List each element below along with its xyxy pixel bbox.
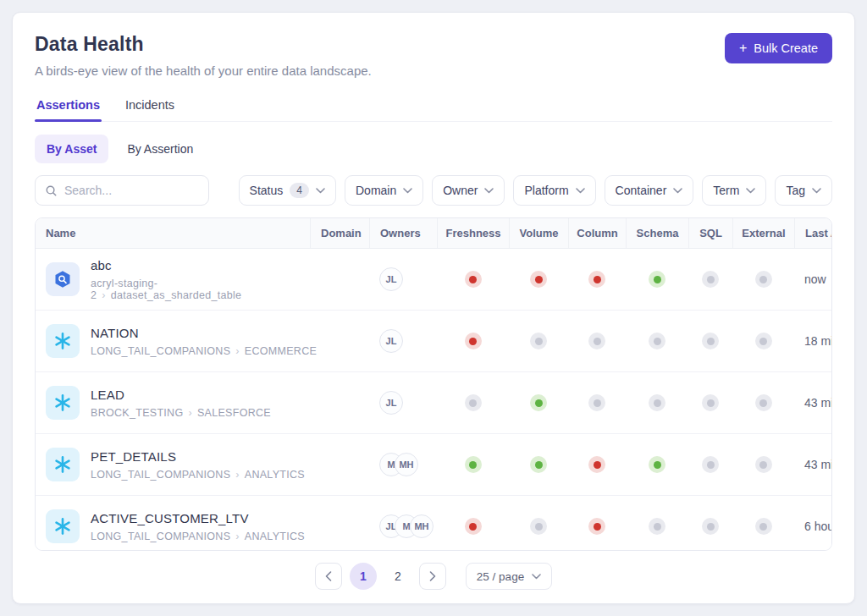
owner-avatar[interactable]: JL — [379, 267, 403, 291]
column-header-column[interactable]: Column — [568, 218, 626, 248]
owners-cell: JL — [369, 311, 437, 371]
status-dot-volume-fail[interactable] — [530, 271, 547, 288]
domain-cell — [310, 434, 369, 495]
chevron-right-icon — [429, 571, 436, 581]
status-dot-sql-none[interactable] — [702, 271, 719, 288]
filter-status[interactable]: Status4 — [239, 175, 336, 206]
status-dot-sql-none[interactable] — [702, 518, 719, 535]
owner-avatar[interactable]: JL — [379, 391, 403, 415]
asset-path[interactable]: BROCK_TESTING›SALESFORCE — [91, 407, 271, 419]
view-toggle: By AssetBy Assertion — [35, 135, 832, 163]
last-activity-cell: 6 hours ago — [794, 496, 832, 551]
asset-name[interactable]: ACTIVE_CUSTOMER_LTV — [91, 511, 305, 525]
status-dot-core — [759, 523, 767, 531]
breadcrumb-segment: ECOMMERCE — [245, 345, 317, 357]
page-number-1[interactable]: 1 — [350, 563, 377, 590]
table-row[interactable]: ACTIVE_CUSTOMER_LTVLONG_TAIL_COMPANIONS›… — [36, 496, 832, 551]
prev-page-button[interactable] — [315, 563, 342, 590]
column-header-schema[interactable]: Schema — [626, 218, 688, 248]
filter-term[interactable]: Term — [702, 175, 766, 206]
table-row[interactable]: LEADBROCK_TESTING›SALESFORCEJL43 minutes… — [36, 372, 832, 434]
page-size-select[interactable]: 25 / page — [466, 563, 552, 590]
status-dot-core — [707, 276, 715, 283]
status-dot-sql-none[interactable] — [702, 333, 719, 349]
status-dot-freshness-none[interactable] — [465, 394, 482, 411]
owner-avatar[interactable]: JL — [379, 329, 403, 353]
next-page-button[interactable] — [419, 563, 446, 590]
sql-cell — [688, 311, 732, 371]
status-dot-schema-none[interactable] — [649, 518, 665, 535]
asset-path[interactable]: acryl-staging-2›dataset_as_sharded_table — [91, 278, 300, 301]
status-dot-external-none[interactable] — [755, 333, 772, 349]
column-header-volume[interactable]: Volume — [509, 218, 568, 248]
table-row[interactable]: abcacryl-staging-2›dataset_as_sharded_ta… — [36, 249, 832, 311]
status-dot-external-none[interactable] — [755, 518, 772, 535]
owners-cell: JL — [369, 372, 437, 433]
table-row[interactable]: PET_DETAILSLONG_TAIL_COMPANIONS›ANALYTIC… — [36, 434, 832, 496]
status-dot-column-none[interactable] — [588, 394, 605, 411]
filter-domain[interactable]: Domain — [345, 175, 423, 206]
owner-avatar[interactable]: MH — [395, 453, 418, 476]
filter-owner[interactable]: Owner — [432, 175, 505, 206]
column-header-freshness[interactable]: Freshness — [437, 218, 509, 248]
column-header-domain[interactable]: Domain — [310, 218, 369, 248]
search-box[interactable] — [35, 175, 209, 206]
status-dot-external-none[interactable] — [755, 456, 772, 473]
bulk-create-button[interactable]: + Bulk Create — [725, 33, 832, 63]
status-dot-sql-none[interactable] — [702, 394, 719, 411]
status-dot-column-fail[interactable] — [588, 271, 605, 288]
breadcrumb-separator: › — [235, 531, 239, 542]
status-dot-column-fail[interactable] — [588, 456, 605, 473]
asset-path[interactable]: LONG_TAIL_COMPANIONS›ECOMMERCE — [91, 345, 317, 357]
status-dot-core — [759, 276, 767, 283]
last-activity-value: 43 minutes ago — [804, 396, 832, 410]
breadcrumb-separator: › — [102, 289, 105, 301]
tab-assertions[interactable]: Assertions — [35, 96, 102, 121]
schema-cell — [626, 249, 688, 310]
status-dot-schema-none[interactable] — [649, 394, 665, 411]
status-dot-column-none[interactable] — [588, 333, 605, 349]
status-dot-sql-none[interactable] — [702, 456, 719, 473]
tab-label: Assertions — [36, 98, 100, 112]
asset-info: LEADBROCK_TESTING›SALESFORCE — [91, 388, 271, 419]
status-dot-freshness-fail[interactable] — [465, 518, 482, 535]
view-toggle-by-asset[interactable]: By Asset — [35, 135, 108, 163]
owner-avatar[interactable]: MH — [410, 514, 434, 538]
filter-container[interactable]: Container — [605, 175, 694, 206]
table-row[interactable]: NATIONLONG_TAIL_COMPANIONS›ECOMMERCEJL18… — [36, 311, 832, 372]
status-dot-schema-pass[interactable] — [649, 271, 665, 288]
filter-platform[interactable]: Platform — [513, 175, 595, 206]
page-number-2[interactable]: 2 — [384, 563, 411, 590]
pagination: 1225 / page — [24, 551, 843, 603]
filter-tag[interactable]: Tag — [775, 175, 832, 206]
status-dot-volume-none[interactable] — [530, 518, 547, 535]
name-cell: LEADBROCK_TESTING›SALESFORCE — [36, 372, 310, 433]
status-dot-volume-none[interactable] — [530, 333, 547, 349]
search-input[interactable] — [64, 184, 199, 197]
status-dot-external-none[interactable] — [755, 394, 772, 411]
status-dot-column-fail[interactable] — [588, 518, 605, 535]
status-dot-core — [654, 399, 661, 407]
status-dot-volume-pass[interactable] — [530, 456, 547, 473]
bigquery-badge — [46, 262, 80, 296]
column-header-sql[interactable]: SQL — [688, 218, 732, 248]
column-header-external[interactable]: External — [732, 218, 794, 248]
status-dot-freshness-fail[interactable] — [465, 271, 482, 288]
asset-path[interactable]: LONG_TAIL_COMPANIONS›ANALYTICS — [91, 531, 305, 542]
status-dot-schema-none[interactable] — [649, 333, 665, 349]
status-dot-freshness-fail[interactable] — [465, 333, 482, 349]
tab-incidents[interactable]: Incidents — [124, 96, 176, 121]
asset-name[interactable]: abc — [91, 258, 300, 272]
status-dot-volume-pass[interactable] — [530, 394, 547, 411]
status-dot-freshness-pass[interactable] — [465, 456, 482, 473]
status-dot-schema-pass[interactable] — [649, 456, 665, 473]
asset-name[interactable]: NATION — [91, 326, 317, 340]
column-header-name[interactable]: Name — [36, 218, 310, 248]
column-header-last-activity[interactable]: Last Activity — [794, 218, 832, 248]
column-header-owners[interactable]: Owners — [369, 218, 437, 248]
status-dot-external-none[interactable] — [755, 271, 772, 288]
asset-name[interactable]: LEAD — [91, 388, 271, 402]
asset-path[interactable]: LONG_TAIL_COMPANIONS›ANALYTICS — [91, 469, 305, 481]
asset-name[interactable]: PET_DETAILS — [91, 449, 305, 464]
view-toggle-by-assertion[interactable]: By Assertion — [115, 135, 205, 163]
